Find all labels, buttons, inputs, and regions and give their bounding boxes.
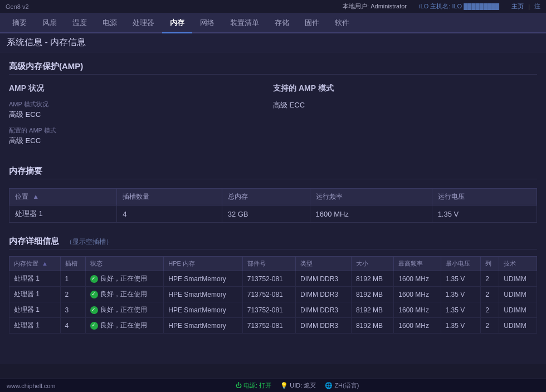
drow-type: DIMM DDR3 [296,302,352,318]
amp-left-title: AMP 状况 [9,84,273,94]
col-total: 总内存 [222,189,310,205]
drow-maxfreq: 1600 MHz [394,318,441,334]
sort-arrow-memloc: ▲ [42,260,48,267]
nav-fan[interactable]: 风扇 [35,13,65,33]
bottom-bar: www.chiphell.com ⏻ 电源: 打开 💡 UID: 熄灭 🌐 ZH… [0,379,546,392]
amp-mode-status-value: 高级 ECC [9,110,273,120]
uid-icon: 💡 [280,382,288,389]
top-header: Gen8 v2 本地用户: Administrator iLO 主机名: ILO… [0,0,546,13]
nav-temp[interactable]: 温度 [65,13,95,33]
drow-type: DIMM DDR3 [296,287,352,302]
dcol-size: 大小 [351,257,393,271]
detail-heading: 内存详细信息 （显示空插槽） [9,236,537,249]
nav-network[interactable]: 网络 [192,13,222,33]
uid-status: 💡 UID: 熄灭 [280,381,316,390]
drow-maxfreq: 1600 MHz [394,287,441,302]
dcol-rank: 列 [481,257,499,271]
dcol-minvolt: 最小电压 [441,257,481,271]
drow-type: DIMM DDR3 [296,318,352,334]
nav-memory[interactable]: 内存 [162,13,192,33]
bottom-center: ⏻ 电源: 打开 💡 UID: 熄灭 🌐 ZH(语言) [236,381,359,390]
drow-location: 处理器 1 [9,318,61,334]
nav-power[interactable]: 电源 [95,13,125,33]
nav-cpu[interactable]: 处理器 [125,13,162,33]
drow-status: 良好，正在使用 [86,287,164,302]
page-title: 系统信息 - 内存信息 [7,37,539,48]
drow-tech: UDIMM [499,318,537,334]
memory-detail-table: 内存位置 ▲ 插槽 状态 HPE 内存 部件号 类型 大小 最高频率 最小电压 … [9,256,537,334]
amp-mode-status-label: AMP 模式状况 [9,100,273,109]
drow-status: 良好，正在使用 [86,302,164,318]
drow-rank: 2 [481,318,499,334]
col-freq: 运行频率 [310,189,432,205]
detail-sub-label[interactable]: （显示空插槽） [66,238,113,246]
drow-size: 8192 MB [351,318,393,334]
drow-minvolt: 1.35 V [441,318,481,334]
gen-version: Gen8 v2 [6,3,29,10]
summary-row: 处理器 1 4 32 GB 1600 MHz 1.35 V [9,205,537,223]
drow-rank: 2 [481,271,499,287]
lang-selector[interactable]: 🌐 ZH(语言) [325,381,359,390]
header-right: 本地用户: Administrator iLO 主机名: ILO ███████… [343,2,540,11]
drow-slot: 1 [60,271,86,287]
amp-container: AMP 状况 AMP 模式状况 高级 ECC 配置的 AMP 模式 高级 ECC… [9,84,537,153]
amp-configured-label: 配置的 AMP 模式 [9,126,273,135]
drow-slot: 3 [60,302,86,318]
drow-rank: 2 [481,287,499,302]
drow-status: 良好，正在使用 [86,271,164,287]
main-content: 高级内存保护(AMP) AMP 状况 AMP 模式状况 高级 ECC 配置的 A… [0,52,546,364]
drow-hpe: HPE SmartMemory [164,287,242,302]
drow-hpe: HPE SmartMemory [164,271,242,287]
power-status: ⏻ 电源: 打开 [236,381,271,390]
dcol-tech: 技术 [499,257,537,271]
nav-note-link[interactable]: 注 [534,2,540,11]
user-info: 本地用户: Administrator [343,2,407,11]
nav-inventory[interactable]: 装置清单 [222,13,267,33]
amp-right-title: 支持的 AMP 模式 [273,84,537,94]
drow-slot: 4 [60,318,86,334]
dcol-part: 部件号 [242,257,295,271]
drow-tech: UDIMM [499,287,537,302]
memory-summary-section: 内存摘要 位置 ▲ 插槽数量 总内存 运行频率 运行电压 处理器 1 4 [9,166,537,223]
drow-tech: UDIMM [499,271,537,287]
dcol-type: 类型 [296,257,352,271]
status-ok-icon [90,306,98,314]
nav-summary[interactable]: 摘要 [4,13,35,33]
amp-configured-value: 高级 ECC [9,136,273,146]
summary-slots: 4 [117,205,222,223]
drow-maxfreq: 1600 MHz [394,271,441,287]
drow-slot: 2 [60,287,86,302]
detail-row-3: 处理器 1 3 良好，正在使用 HPE SmartMemory 713752-0… [9,302,537,318]
col-location[interactable]: 位置 ▲ [9,189,117,205]
status-ok-icon [90,275,98,283]
summary-location: 处理器 1 [9,205,117,223]
gen-label: Gen8 v2 [6,3,29,10]
drow-minvolt: 1.35 V [441,302,481,318]
watermark: www.chiphell.com [7,383,55,389]
main-nav: 摘要 风扇 温度 电源 处理器 内存 网络 装置清单 存储 固件 软件 [0,13,546,33]
dcol-status: 状态 [86,257,164,271]
memory-summary-heading: 内存摘要 [9,166,537,179]
page-title-bar: 系统信息 - 内存信息 [0,33,546,52]
drow-part: 713752-081 [242,302,295,318]
ilo-host: iLO 主机名: ILO █████████ [419,2,499,11]
status-ok-icon [90,322,98,330]
nav-firmware[interactable]: 固件 [297,13,327,33]
dcol-slot: 插槽 [60,257,86,271]
drow-location: 处理器 1 [9,271,61,287]
status-ok-icon [90,291,98,298]
summary-freq: 1600 MHz [310,205,432,223]
memory-summary-table: 位置 ▲ 插槽数量 总内存 运行频率 运行电压 处理器 1 4 32 GB 16… [9,188,537,223]
drow-status: 良好，正在使用 [86,318,164,334]
dcol-location[interactable]: 内存位置 ▲ [9,257,61,271]
drow-maxfreq: 1600 MHz [394,302,441,318]
drow-size: 8192 MB [351,287,393,302]
nav-storage[interactable]: 存储 [267,13,297,33]
summary-voltage: 1.35 V [432,205,537,223]
dcol-maxfreq: 最高频率 [394,257,441,271]
nav-home-link[interactable]: 主页 [511,2,524,11]
drow-part: 713752-081 [242,318,295,334]
ilo-host-value: █████████ [464,3,499,9]
nav-software[interactable]: 软件 [327,13,357,33]
drow-minvolt: 1.35 V [441,287,481,302]
